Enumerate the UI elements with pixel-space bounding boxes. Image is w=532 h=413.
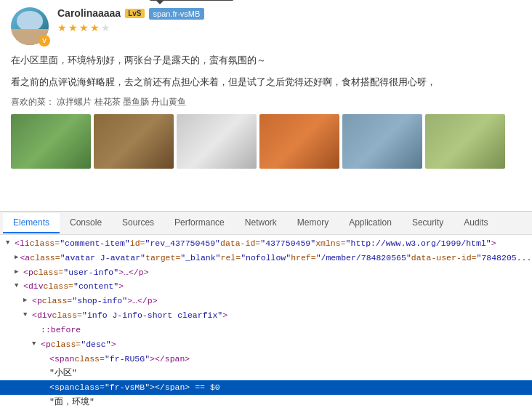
tab-sources[interactable]: Sources bbox=[112, 213, 164, 233]
triangle-8 bbox=[32, 340, 39, 350]
star-5: ★ bbox=[101, 22, 110, 33]
code-line-5[interactable]: <p class="shop-info">…</p> bbox=[0, 294, 532, 308]
star-rating: ★ ★ ★ ★ ★ bbox=[57, 22, 521, 33]
tab-security[interactable]: Security bbox=[402, 213, 454, 233]
triangle-6 bbox=[23, 310, 31, 321]
star-3: ★ bbox=[79, 22, 89, 33]
tab-network[interactable]: Network bbox=[235, 213, 287, 233]
photo-thumb-4[interactable] bbox=[259, 114, 339, 169]
photo-thumb-3[interactable] bbox=[177, 114, 257, 169]
tab-elements[interactable]: Elements bbox=[3, 213, 60, 233]
tab-memory[interactable]: Memory bbox=[287, 213, 339, 233]
code-line-1[interactable]: <li class="comment-item" id="rev_4377504… bbox=[0, 236, 532, 251]
page-content: V Carolinaaaaa LvS span.fr-vsMB 14×31 sp… bbox=[0, 0, 532, 211]
photo-thumb-2[interactable] bbox=[94, 114, 174, 169]
triangle-3 bbox=[15, 268, 22, 278]
code-line-13[interactable]: <span class="fr-XwD7"></span> bbox=[0, 409, 532, 413]
code-line-12[interactable]: "面，环境" bbox=[0, 395, 532, 409]
username-row: Carolinaaaaa LvS span.fr-vsMB 14×31 span… bbox=[57, 7, 521, 19]
favorites-label: 喜欢的菜： bbox=[11, 97, 55, 107]
code-line-4[interactable]: <div class="content"> bbox=[0, 279, 532, 294]
code-line-6[interactable]: <div class="info J-info-short clearfix"> bbox=[0, 308, 532, 323]
review-text-2: 看之前的点评说海鲜略腥，去之前还有点担心来着，但是试了之后觉得还好啊，食材搭配得… bbox=[11, 74, 521, 90]
tooltip-container: span.fr-vsMB 14×31 span.fr-vsMB bbox=[149, 8, 205, 19]
tab-application[interactable]: Application bbox=[339, 213, 402, 233]
favorites-items: 凉拌螺片 桂花茶 墨鱼肠 舟山黄鱼 bbox=[57, 97, 186, 107]
code-line-7[interactable]: ::before bbox=[0, 323, 532, 337]
star-1: ★ bbox=[57, 22, 67, 33]
span-tag-label[interactable]: span.fr-vsMB bbox=[149, 8, 205, 20]
photos-row bbox=[11, 114, 521, 169]
level-tag: LvS bbox=[125, 9, 144, 18]
photo-thumb-5[interactable] bbox=[342, 114, 422, 169]
devtools-tab-bar: Elements Console Sources Performance Net… bbox=[0, 212, 532, 235]
devtools-content[interactable]: <li class="comment-item" id="rev_4377504… bbox=[0, 235, 532, 413]
review-text-1: 在小区里面，环境特别好，两张台子是露天的，蛮有氛围的～ bbox=[11, 52, 521, 68]
favorites-row: 喜欢的菜： 凉拌螺片 桂花茶 墨鱼肠 舟山黄鱼 bbox=[11, 96, 521, 108]
tooltip-popup: span.fr-vsMB 14×31 bbox=[149, 0, 235, 1]
code-line-2[interactable]: <a class="avatar J-avatar" target="_blan… bbox=[0, 251, 532, 265]
tab-audits[interactable]: Audits bbox=[454, 213, 498, 233]
user-header: V Carolinaaaaa LvS span.fr-vsMB 14×31 sp… bbox=[11, 7, 521, 45]
user-info: Carolinaaaaa LvS span.fr-vsMB 14×31 span… bbox=[57, 7, 521, 33]
code-line-8[interactable]: <p class="desc"> bbox=[0, 337, 532, 352]
username: Carolinaaaaa bbox=[57, 7, 121, 19]
code-line-3[interactable]: <p class="user-info">…</p> bbox=[0, 265, 532, 280]
code-line-9[interactable]: <span class="fr-RU5G"></span> bbox=[0, 352, 532, 366]
star-2: ★ bbox=[68, 22, 78, 33]
photo-thumb-6[interactable] bbox=[425, 114, 505, 169]
triangle-1 bbox=[6, 238, 13, 249]
code-line-10[interactable]: "小区" bbox=[0, 366, 532, 380]
star-4: ★ bbox=[90, 22, 100, 33]
devtools-panel: Elements Console Sources Performance Net… bbox=[0, 211, 532, 413]
tab-performance[interactable]: Performance bbox=[164, 213, 235, 233]
triangle-2 bbox=[15, 253, 18, 263]
photo-thumb-1[interactable] bbox=[11, 114, 91, 169]
triangle-4 bbox=[15, 281, 22, 292]
tab-console[interactable]: Console bbox=[60, 213, 112, 233]
code-line-11[interactable]: <span class="fr-vsMB"></span> == $0 bbox=[0, 380, 532, 395]
triangle-5 bbox=[23, 296, 31, 306]
avatar-v-badge: V bbox=[39, 35, 50, 47]
